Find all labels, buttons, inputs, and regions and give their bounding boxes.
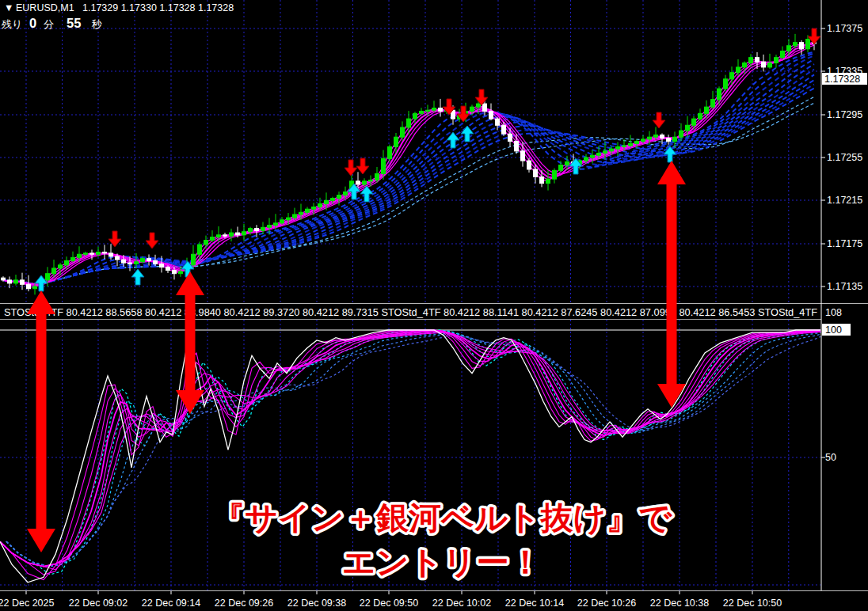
candle-body [154,260,158,264]
candle-body [635,142,639,144]
candle-body [331,199,335,201]
candle-body [724,79,728,89]
price-axis-label: 1.17215 [827,195,862,206]
candle-body [14,280,18,283]
candle-body [420,112,424,114]
candle-body [521,151,525,161]
candle-body [230,233,234,236]
candle-body [261,227,265,230]
candle-body [337,195,341,199]
candle-body [394,137,398,146]
candle-body [597,154,601,156]
countdown-seconds: 55 [67,16,81,30]
time-axis-label: 22 Dec 09:26 [215,598,273,609]
candle-body [306,209,310,212]
candle-body [426,110,430,111]
time-axis-label: 22 Dec 09:50 [360,598,418,609]
candle-body [775,58,779,63]
candle-body [90,253,94,254]
candle-body [432,108,436,111]
symbol-dropdown-icon[interactable]: ▼ [4,2,13,13]
time-axis-label: 22 Dec 09:38 [287,598,346,609]
candle-body [508,134,512,142]
candle-body [800,43,804,49]
candle-body [135,262,139,264]
entry-annotation-line2: エントリー！ [342,545,542,579]
candle-body [692,119,696,125]
candle-body [211,237,215,241]
candle-body [591,155,595,157]
candle-body [109,253,113,256]
candle-body [274,223,278,226]
candle-body [559,165,563,171]
candle-body [667,139,671,142]
indicator-value-tag-text: 100 [825,324,842,336]
candle-body [8,280,12,283]
candle-body [502,125,506,134]
candle-body [198,245,202,254]
time-axis-label: 22 Dec 10:14 [505,598,564,609]
candle-body [794,43,798,46]
candle-body [299,212,303,214]
candle-body [382,158,386,173]
candle-body [223,235,227,236]
candle-body [705,107,709,113]
quote-values: 1.17329 1.17330 1.17328 1.17328 [82,2,234,13]
candle-body [255,229,259,231]
candle-body [52,268,56,274]
time-axis-label: 22 Dec 10:02 [432,598,491,609]
candle-body [730,73,734,79]
candle-body [515,142,519,151]
candle-body [629,143,633,146]
last-price-tag-text: 1.17328 [824,74,860,85]
candle-body [65,260,69,264]
price-axis-label: 1.17175 [827,238,862,249]
candle-body [280,220,284,223]
candle-body [287,218,291,220]
candle-body [439,108,443,112]
candle-body [122,260,126,263]
indicator-scale-top-label: 108 [825,307,842,318]
price-axis-label: 1.17375 [827,23,862,34]
indicator-values-text: STOStd_4TF 80.4212 88.5658 80.4212 88.98… [4,307,817,318]
candle-body [483,104,487,112]
countdown-min-unit: 分 [44,18,54,30]
countdown-minutes: 0 [29,16,36,30]
symbol-period-label: EURUSD,M1 [16,2,74,13]
candle-body [680,131,683,137]
candle-body [622,146,626,146]
candle-body [388,146,392,158]
candle-body [401,127,405,137]
candle-body [363,181,367,184]
panel-separator[interactable]: STOStd_4TF 80.4212 88.5658 80.4212 88.98… [0,303,868,320]
candle-body [477,104,481,107]
candle-body [565,161,569,165]
candle-body [616,146,620,149]
candle-body [686,125,690,131]
candle-body [173,271,177,274]
candle-body [610,149,614,151]
countdown-label: 残り [1,18,22,30]
mt4-chart: STOStd_4TF 80.4212 88.5658 80.4212 88.98… [0,0,868,611]
candle-body [496,119,500,125]
countdown-sec-unit: 秒 [91,18,102,30]
candle-body [236,233,240,235]
price-axis-label: 1.17255 [827,152,862,163]
time-axis-label: 22 Dec 10:38 [650,598,709,609]
candle-body [84,253,88,254]
candle-body [654,135,658,137]
candle-body [59,265,63,268]
candle-body [2,278,6,280]
candle-body [375,173,379,180]
candle-body [413,113,417,119]
candle-body [312,207,316,209]
candle-body [603,151,607,154]
candle-body [673,137,677,141]
mt4-window: STOStd_4TF 80.4212 88.5658 80.4212 88.98… [0,0,868,611]
candle-body [749,58,753,63]
candle-body [242,232,246,235]
candle-body [756,58,760,62]
candle-body [71,257,75,260]
candle-body [540,176,544,183]
candle-body [641,139,645,142]
